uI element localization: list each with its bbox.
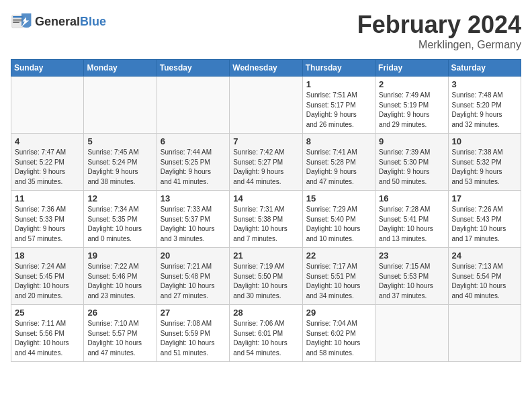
week-row-4: 25Sunrise: 7:11 AM Sunset: 5:56 PM Dayli… bbox=[11, 305, 521, 362]
day-number: 26 bbox=[87, 308, 152, 318]
calendar-cell: 13Sunrise: 7:33 AM Sunset: 5:37 PM Dayli… bbox=[157, 191, 229, 248]
week-row-3: 18Sunrise: 7:24 AM Sunset: 5:45 PM Dayli… bbox=[11, 248, 521, 305]
day-number: 10 bbox=[452, 136, 517, 146]
calendar-header: SundayMondayTuesdayWednesdayThursdayFrid… bbox=[11, 60, 521, 77]
weekday-header-tuesday: Tuesday bbox=[157, 60, 229, 77]
calendar-cell: 7Sunrise: 7:42 AM Sunset: 5:27 PM Daylig… bbox=[230, 134, 302, 191]
calendar-cell: 15Sunrise: 7:29 AM Sunset: 5:40 PM Dayli… bbox=[302, 191, 375, 248]
day-info: Sunrise: 7:33 AM Sunset: 5:37 PM Dayligh… bbox=[161, 205, 226, 244]
day-info: Sunrise: 7:06 AM Sunset: 6:01 PM Dayligh… bbox=[233, 319, 298, 358]
calendar-cell: 20Sunrise: 7:21 AM Sunset: 5:48 PM Dayli… bbox=[157, 248, 229, 305]
logo-general: General bbox=[35, 15, 80, 28]
day-number: 8 bbox=[306, 136, 371, 146]
calendar-cell: 18Sunrise: 7:24 AM Sunset: 5:45 PM Dayli… bbox=[11, 248, 84, 305]
day-number: 9 bbox=[379, 136, 444, 146]
calendar-cell bbox=[11, 77, 84, 134]
logo-blue: Blue bbox=[80, 15, 106, 28]
day-number: 16 bbox=[379, 193, 444, 203]
day-number: 2 bbox=[379, 79, 444, 89]
calendar-cell: 26Sunrise: 7:10 AM Sunset: 5:57 PM Dayli… bbox=[84, 305, 157, 362]
week-row-2: 11Sunrise: 7:36 AM Sunset: 5:33 PM Dayli… bbox=[11, 191, 521, 248]
calendar-cell: 14Sunrise: 7:31 AM Sunset: 5:38 PM Dayli… bbox=[230, 191, 302, 248]
calendar-cell: 1Sunrise: 7:51 AM Sunset: 5:17 PM Daylig… bbox=[302, 77, 375, 134]
weekday-header-monday: Monday bbox=[84, 60, 157, 77]
calendar-cell bbox=[230, 77, 302, 134]
calendar-cell: 6Sunrise: 7:44 AM Sunset: 5:25 PM Daylig… bbox=[157, 134, 229, 191]
day-info: Sunrise: 7:24 AM Sunset: 5:45 PM Dayligh… bbox=[15, 262, 80, 301]
day-number: 6 bbox=[161, 136, 226, 146]
calendar-cell bbox=[157, 77, 229, 134]
day-info: Sunrise: 7:11 AM Sunset: 5:56 PM Dayligh… bbox=[15, 319, 80, 358]
weekday-header-saturday: Saturday bbox=[448, 60, 521, 77]
day-info: Sunrise: 7:44 AM Sunset: 5:25 PM Dayligh… bbox=[161, 148, 226, 187]
calendar-cell: 5Sunrise: 7:45 AM Sunset: 5:24 PM Daylig… bbox=[84, 134, 157, 191]
day-info: Sunrise: 7:38 AM Sunset: 5:32 PM Dayligh… bbox=[452, 148, 517, 187]
calendar-cell: 28Sunrise: 7:06 AM Sunset: 6:01 PM Dayli… bbox=[230, 305, 302, 362]
day-info: Sunrise: 7:10 AM Sunset: 5:57 PM Dayligh… bbox=[87, 319, 152, 358]
day-info: Sunrise: 7:28 AM Sunset: 5:41 PM Dayligh… bbox=[379, 205, 444, 244]
day-info: Sunrise: 7:04 AM Sunset: 6:02 PM Dayligh… bbox=[306, 319, 371, 358]
day-info: Sunrise: 7:19 AM Sunset: 5:50 PM Dayligh… bbox=[233, 262, 298, 301]
day-number: 1 bbox=[306, 79, 371, 89]
weekday-header-thursday: Thursday bbox=[302, 60, 375, 77]
logo: GeneralBlue bbox=[11, 11, 106, 32]
calendar-cell: 24Sunrise: 7:13 AM Sunset: 5:54 PM Dayli… bbox=[448, 248, 521, 305]
day-number: 20 bbox=[161, 250, 226, 261]
day-info: Sunrise: 7:26 AM Sunset: 5:43 PM Dayligh… bbox=[452, 205, 517, 244]
calendar-table: SundayMondayTuesdayWednesdayThursdayFrid… bbox=[11, 59, 521, 362]
calendar-cell: 10Sunrise: 7:38 AM Sunset: 5:32 PM Dayli… bbox=[448, 134, 521, 191]
day-number: 27 bbox=[161, 308, 226, 318]
day-number: 22 bbox=[306, 250, 371, 261]
day-number: 13 bbox=[161, 193, 226, 203]
page-header: GeneralBlue February 2024 Merklingen, Ge… bbox=[11, 11, 521, 51]
day-number: 21 bbox=[233, 250, 298, 261]
day-info: Sunrise: 7:51 AM Sunset: 5:17 PM Dayligh… bbox=[306, 91, 371, 130]
week-row-1: 4Sunrise: 7:47 AM Sunset: 5:22 PM Daylig… bbox=[11, 134, 521, 191]
weekday-row: SundayMondayTuesdayWednesdayThursdayFrid… bbox=[11, 60, 521, 77]
calendar-cell: 8Sunrise: 7:41 AM Sunset: 5:28 PM Daylig… bbox=[302, 134, 375, 191]
day-number: 5 bbox=[87, 136, 152, 146]
day-info: Sunrise: 7:13 AM Sunset: 5:54 PM Dayligh… bbox=[452, 262, 517, 301]
calendar-cell: 17Sunrise: 7:26 AM Sunset: 5:43 PM Dayli… bbox=[448, 191, 521, 248]
day-info: Sunrise: 7:17 AM Sunset: 5:51 PM Dayligh… bbox=[306, 262, 371, 301]
day-number: 29 bbox=[306, 308, 371, 318]
day-info: Sunrise: 7:08 AM Sunset: 5:59 PM Dayligh… bbox=[161, 319, 226, 358]
day-number: 11 bbox=[15, 193, 80, 203]
calendar-cell: 3Sunrise: 7:48 AM Sunset: 5:20 PM Daylig… bbox=[448, 77, 521, 134]
calendar-cell: 16Sunrise: 7:28 AM Sunset: 5:41 PM Dayli… bbox=[375, 191, 448, 248]
calendar-cell: 9Sunrise: 7:39 AM Sunset: 5:30 PM Daylig… bbox=[375, 134, 448, 191]
calendar-cell: 29Sunrise: 7:04 AM Sunset: 6:02 PM Dayli… bbox=[302, 305, 375, 362]
logo-text: GeneralBlue bbox=[35, 15, 106, 29]
day-info: Sunrise: 7:41 AM Sunset: 5:28 PM Dayligh… bbox=[306, 148, 371, 187]
title-block: February 2024 Merklingen, Germany bbox=[357, 11, 521, 51]
day-info: Sunrise: 7:22 AM Sunset: 5:46 PM Dayligh… bbox=[87, 262, 152, 301]
day-info: Sunrise: 7:31 AM Sunset: 5:38 PM Dayligh… bbox=[233, 205, 298, 244]
svg-rect-1 bbox=[13, 16, 22, 17]
weekday-header-sunday: Sunday bbox=[11, 60, 84, 77]
day-number: 12 bbox=[87, 193, 152, 203]
day-number: 17 bbox=[452, 193, 517, 203]
day-number: 25 bbox=[15, 308, 80, 318]
week-row-0: 1Sunrise: 7:51 AM Sunset: 5:17 PM Daylig… bbox=[11, 77, 521, 134]
day-info: Sunrise: 7:39 AM Sunset: 5:30 PM Dayligh… bbox=[379, 148, 444, 187]
calendar-cell: 23Sunrise: 7:15 AM Sunset: 5:53 PM Dayli… bbox=[375, 248, 448, 305]
svg-rect-2 bbox=[13, 19, 22, 19]
day-info: Sunrise: 7:42 AM Sunset: 5:27 PM Dayligh… bbox=[233, 148, 298, 187]
calendar-cell: 27Sunrise: 7:08 AM Sunset: 5:59 PM Dayli… bbox=[157, 305, 229, 362]
svg-rect-4 bbox=[13, 22, 19, 23]
calendar-cell: 22Sunrise: 7:17 AM Sunset: 5:51 PM Dayli… bbox=[302, 248, 375, 305]
calendar-cell: 11Sunrise: 7:36 AM Sunset: 5:33 PM Dayli… bbox=[11, 191, 84, 248]
day-number: 28 bbox=[233, 308, 298, 318]
day-info: Sunrise: 7:49 AM Sunset: 5:19 PM Dayligh… bbox=[379, 91, 444, 130]
day-number: 15 bbox=[306, 193, 371, 203]
calendar-cell bbox=[448, 305, 521, 362]
day-number: 18 bbox=[15, 250, 80, 261]
calendar-cell: 4Sunrise: 7:47 AM Sunset: 5:22 PM Daylig… bbox=[11, 134, 84, 191]
weekday-header-friday: Friday bbox=[375, 60, 448, 77]
day-info: Sunrise: 7:34 AM Sunset: 5:35 PM Dayligh… bbox=[87, 205, 152, 244]
logo-icon bbox=[11, 11, 32, 32]
day-number: 23 bbox=[379, 250, 444, 261]
day-number: 7 bbox=[233, 136, 298, 146]
day-number: 14 bbox=[233, 193, 298, 203]
day-info: Sunrise: 7:29 AM Sunset: 5:40 PM Dayligh… bbox=[306, 205, 371, 244]
